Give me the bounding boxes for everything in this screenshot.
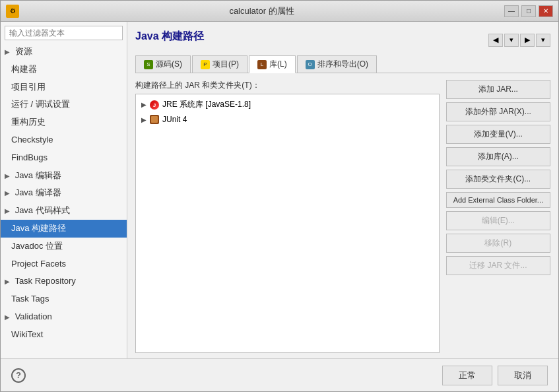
jar-list[interactable]: ▶ JRE 系统库 [JavaSE-1.8] ▶ JUnit 4 bbox=[135, 94, 440, 353]
main-window: ⚙ calculator 的属性 — □ ✕ ▶ 资源 构建器 项目引用 运行 … bbox=[0, 0, 559, 392]
sidebar-item-refactor[interactable]: 重构历史 bbox=[1, 114, 127, 131]
content-area: ▶ 资源 构建器 项目引用 运行 / 调试设置 重构历史 Checkstyle … bbox=[1, 22, 558, 358]
window-icon: ⚙ bbox=[6, 5, 19, 18]
remove-button[interactable]: 移除(R) bbox=[446, 234, 550, 253]
tab-projects[interactable]: P 项目(P) bbox=[192, 55, 247, 73]
arrow-icon: ▶ bbox=[5, 171, 10, 181]
minimize-button[interactable]: — bbox=[504, 5, 519, 17]
sidebar-item-java-build-path[interactable]: Java 构建路径 bbox=[1, 220, 127, 238]
sidebar-item-project-facets[interactable]: Project Facets bbox=[1, 255, 127, 273]
sidebar-item-run-debug[interactable]: 运行 / 调试设置 bbox=[1, 96, 127, 114]
forward-button[interactable]: ▶ bbox=[520, 34, 535, 47]
sidebar-item-task-tags[interactable]: Task Tags bbox=[1, 290, 127, 308]
sidebar-item-project-ref[interactable]: 项目引用 bbox=[1, 79, 127, 96]
add-class-folder-button[interactable]: 添加类文件夹(C)... bbox=[446, 170, 550, 189]
sidebar-item-java-code-style[interactable]: ▶ Java 代码样式 bbox=[1, 202, 127, 220]
buttons-panel: 添加 JAR... 添加外部 JAR(X)... 添加变量(V)... 添加库(… bbox=[446, 80, 550, 353]
sidebar-item-java-editor[interactable]: ▶ Java 编辑器 bbox=[1, 167, 127, 185]
sidebar-item-resources[interactable]: ▶ 资源 bbox=[1, 43, 127, 61]
jar-item-junit[interactable]: ▶ JUnit 4 bbox=[136, 112, 439, 127]
library-icon: L bbox=[257, 60, 267, 69]
section-label: 构建路径上的 JAR 和类文件夹(T)： bbox=[135, 80, 440, 91]
help-button[interactable]: ? bbox=[11, 368, 26, 383]
nav-buttons: ◀ ▾ ▶ ▾ bbox=[488, 34, 550, 47]
projects-icon: P bbox=[201, 60, 210, 69]
build-path-area: 构建路径上的 JAR 和类文件夹(T)： ▶ JRE 系统库 [JavaSE-1… bbox=[135, 80, 550, 353]
add-external-class-folder-button[interactable]: Add External Class Folder... bbox=[446, 192, 550, 208]
tab-source[interactable]: S 源码(S) bbox=[135, 55, 191, 73]
sidebar-item-java-compiler[interactable]: ▶ Java 编译器 bbox=[1, 184, 127, 202]
back-dropdown[interactable]: ▾ bbox=[504, 34, 519, 47]
window-title: calculator 的属性 bbox=[19, 5, 504, 17]
ok-button[interactable]: 正常 bbox=[442, 366, 492, 385]
tab-order[interactable]: O 排序和导出(O) bbox=[297, 55, 377, 73]
sidebar-item-checkstyle[interactable]: Checkstyle bbox=[1, 131, 127, 149]
arrow-icon: ▶ bbox=[5, 277, 10, 287]
sidebar-item-validation[interactable]: ▶ Validation bbox=[1, 308, 127, 326]
junit-library-icon bbox=[149, 114, 160, 125]
sidebar-item-builder[interactable]: 构建器 bbox=[1, 61, 127, 79]
filter-input[interactable] bbox=[5, 26, 123, 40]
main-panel: Java 构建路径 ◀ ▾ ▶ ▾ S 源码(S) bbox=[127, 22, 558, 358]
close-button[interactable]: ✕ bbox=[539, 5, 553, 17]
sidebar-item-task-repository[interactable]: ▶ Task Repository bbox=[1, 273, 127, 290]
footer-buttons: 正常 取消 bbox=[442, 366, 548, 385]
jar-item-jre[interactable]: ▶ JRE 系统库 [JavaSE-1.8] bbox=[136, 97, 439, 112]
sidebar-item-findbugs[interactable]: FindBugs bbox=[1, 149, 127, 167]
add-variable-button[interactable]: 添加变量(V)... bbox=[446, 125, 550, 144]
sidebar-item-wikitext[interactable]: WikiText bbox=[1, 326, 127, 344]
sidebar-item-javadoc[interactable]: Javadoc 位置 bbox=[1, 238, 127, 255]
sidebar: ▶ 资源 构建器 项目引用 运行 / 调试设置 重构历史 Checkstyle … bbox=[1, 22, 127, 358]
arrow-icon: ▶ bbox=[5, 188, 10, 199]
migrate-jar-button[interactable]: 迁移 JAR 文件... bbox=[446, 256, 550, 275]
arrow-icon: ▶ bbox=[5, 47, 10, 57]
window-controls: — □ ✕ bbox=[504, 5, 553, 17]
arrow-icon: ▶ bbox=[5, 206, 10, 216]
expand-arrow-icon: ▶ bbox=[141, 116, 147, 123]
edit-button[interactable]: 编辑(E)... bbox=[446, 211, 550, 230]
expand-arrow-icon: ▶ bbox=[141, 101, 147, 108]
forward-dropdown[interactable]: ▾ bbox=[536, 34, 550, 47]
title-bar: ⚙ calculator 的属性 — □ ✕ bbox=[1, 1, 558, 22]
add-library-button[interactable]: 添加库(A)... bbox=[446, 147, 550, 166]
arrow-icon: ▶ bbox=[5, 312, 10, 323]
add-jar-button[interactable]: 添加 JAR... bbox=[446, 80, 550, 99]
maximize-button[interactable]: □ bbox=[521, 5, 536, 17]
back-button[interactable]: ◀ bbox=[488, 34, 503, 47]
footer: ? 正常 取消 bbox=[1, 358, 558, 391]
page-title: Java 构建路径 bbox=[135, 30, 204, 44]
tab-libraries[interactable]: L 库(L) bbox=[249, 55, 296, 73]
order-icon: O bbox=[306, 60, 315, 69]
main-header: Java 构建路径 ◀ ▾ ▶ ▾ bbox=[135, 30, 550, 50]
add-external-jar-button[interactable]: 添加外部 JAR(X)... bbox=[446, 102, 550, 121]
jar-list-section: 构建路径上的 JAR 和类文件夹(T)： ▶ JRE 系统库 [JavaSE-1… bbox=[135, 80, 440, 353]
tabs-bar: S 源码(S) P 项目(P) L 库(L) bbox=[135, 55, 550, 73]
source-icon: S bbox=[144, 60, 153, 69]
jre-library-icon bbox=[149, 100, 160, 110]
cancel-button[interactable]: 取消 bbox=[498, 366, 548, 385]
